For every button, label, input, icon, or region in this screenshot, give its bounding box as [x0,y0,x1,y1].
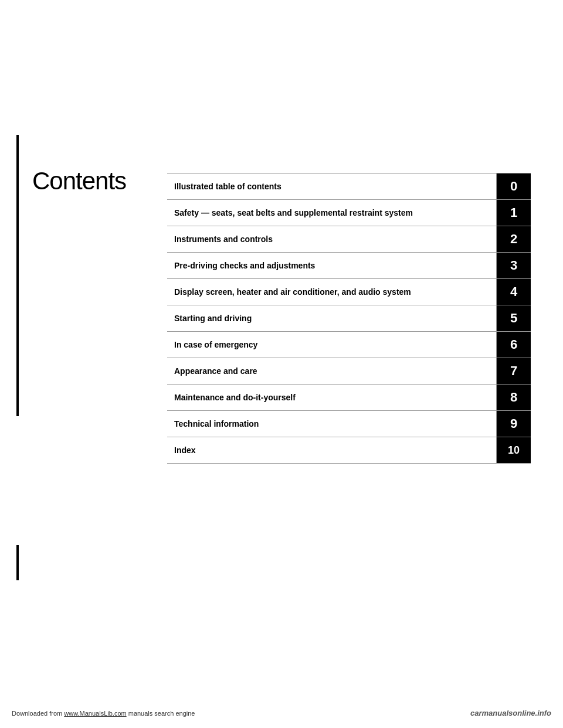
footer: Downloaded from www.ManualsLib.com manua… [0,709,563,717]
toc-item-label: Safety — seats, seat belts and supplemen… [167,200,497,226]
toc-row[interactable]: Index10 [167,437,531,464]
toc-container: Illustrated table of contents0Safety — s… [167,173,531,464]
page-title: Contents [32,167,126,195]
toc-item-label: In case of emergency [167,332,497,358]
toc-item-number: 8 [497,385,531,410]
left-sidebar-bar-top [16,135,19,416]
toc-row[interactable]: Maintenance and do-it-yourself8 [167,385,531,411]
toc-row[interactable]: Instruments and controls2 [167,226,531,253]
toc-row[interactable]: Pre-driving checks and adjustments3 [167,253,531,279]
toc-row[interactable]: Starting and driving5 [167,305,531,332]
toc-row[interactable]: Display screen, heater and air condition… [167,279,531,305]
toc-item-label: Instruments and controls [167,226,497,252]
toc-item-label: Illustrated table of contents [167,174,497,199]
toc-item-number: 2 [497,226,531,252]
toc-item-number: 6 [497,332,531,358]
footer-download-text: Downloaded from [12,710,64,717]
toc-row[interactable]: Illustrated table of contents0 [167,173,531,200]
toc-item-label: Starting and driving [167,305,497,331]
footer-left: Downloaded from www.ManualsLib.com manua… [12,710,195,717]
toc-item-label: Display screen, heater and air condition… [167,279,497,305]
toc-item-number: 3 [497,253,531,278]
toc-item-number: 7 [497,358,531,384]
toc-row[interactable]: Safety — seats, seat belts and supplemen… [167,200,531,226]
toc-row[interactable]: In case of emergency6 [167,332,531,358]
toc-item-label: Technical information [167,411,497,437]
toc-item-label: Pre-driving checks and adjustments [167,253,497,278]
toc-item-number: 1 [497,200,531,226]
toc-item-number: 9 [497,411,531,437]
left-sidebar-bar-bottom [16,545,19,580]
page-container: Contents Illustrated table of contents0S… [0,0,563,728]
toc-item-label: Index [167,437,497,463]
toc-item-label: Maintenance and do-it-yourself [167,385,497,410]
footer-site: carmanualsonline.info [470,709,551,717]
toc-item-number: 10 [497,437,531,463]
toc-item-label: Appearance and care [167,358,497,384]
toc-row[interactable]: Technical information9 [167,411,531,437]
toc-row[interactable]: Appearance and care7 [167,358,531,385]
footer-suffix: manuals search engine [127,710,195,717]
toc-item-number: 5 [497,305,531,331]
footer-link[interactable]: www.ManualsLib.com [64,710,126,717]
toc-item-number: 4 [497,279,531,305]
toc-item-number: 0 [497,174,531,199]
